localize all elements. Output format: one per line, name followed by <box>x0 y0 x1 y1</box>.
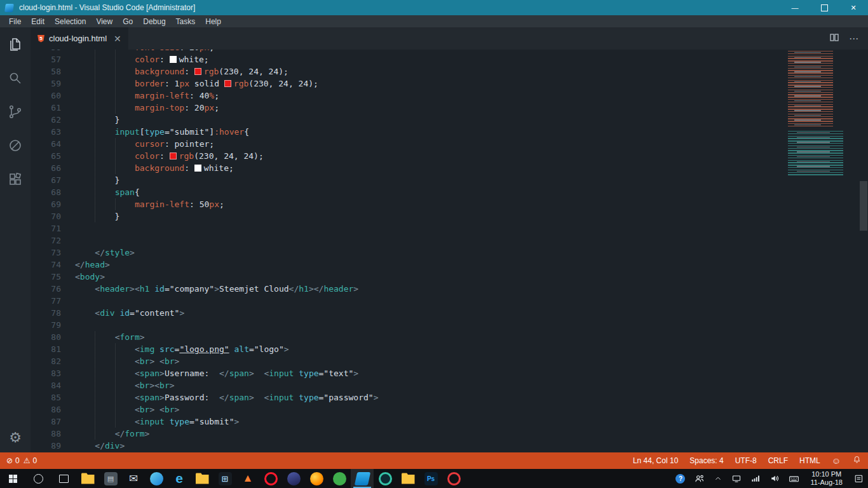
line-number[interactable]: 71 <box>31 222 61 234</box>
taskbar-app-idm[interactable] <box>374 469 397 488</box>
taskbar-clock[interactable]: 10:10 PM 11-Aug-18 <box>804 470 849 487</box>
line-number[interactable]: 86 <box>31 403 61 416</box>
line-number[interactable]: 57 <box>31 53 61 65</box>
line-number[interactable]: 70 <box>31 210 61 222</box>
tab-close-icon[interactable]: ✕ <box>114 34 121 43</box>
code-line-64[interactable]: 64 cursor: pointer; <box>31 138 785 150</box>
code-line-73[interactable]: 73 </style> <box>31 247 785 259</box>
errors-indicator[interactable]: ⊘ 0 <box>6 456 20 465</box>
language-mode[interactable]: HTML <box>799 456 820 465</box>
code-line-61[interactable]: 61 margin-top: 20px; <box>31 102 785 114</box>
split-editor-icon[interactable] <box>830 33 839 44</box>
menu-go[interactable]: Go <box>118 17 138 26</box>
taskbar-app-app-orange[interactable]: ▲ <box>236 469 259 488</box>
taskbar-app-folder-projects[interactable] <box>397 469 419 488</box>
menu-help[interactable]: Help <box>200 17 226 26</box>
cortana-search-button[interactable] <box>25 469 51 488</box>
line-number[interactable]: 87 <box>31 416 61 428</box>
close-button[interactable]: ✕ <box>839 0 868 15</box>
line-number[interactable]: 69 <box>31 198 61 210</box>
code-line-72[interactable]: 72 <box>31 234 785 247</box>
code-line-66[interactable]: 66 background: white; <box>31 162 785 174</box>
line-number[interactable]: 68 <box>31 186 61 198</box>
code-line-80[interactable]: 80 <form> <box>31 331 785 343</box>
line-number[interactable]: 60 <box>31 90 61 102</box>
line-number[interactable]: 62 <box>31 114 61 126</box>
line-number[interactable]: 77 <box>31 295 61 307</box>
line-number[interactable]: 58 <box>31 65 61 78</box>
code-line-76[interactable]: 76 <header><h1 id="company">Steemjet Clo… <box>31 283 785 295</box>
source-control-icon[interactable] <box>7 104 24 120</box>
code-line-82[interactable]: 82 <br> <br> <box>31 355 785 367</box>
code-editor[interactable]: 56 font-size: 20px;57 color: white;58 ba… <box>31 50 868 452</box>
editor-scrollbar[interactable] <box>859 50 868 452</box>
line-number[interactable]: 75 <box>31 271 61 283</box>
code-line-75[interactable]: 75<body> <box>31 271 785 283</box>
line-number[interactable]: 63 <box>31 126 61 138</box>
maximize-button[interactable] <box>810 0 839 15</box>
notifications-bell-icon[interactable] <box>852 455 862 466</box>
line-number[interactable]: 59 <box>31 78 61 90</box>
code-line-63[interactable]: 63 input[type="submit"]:hover{ <box>31 126 785 138</box>
line-number[interactable]: 83 <box>31 367 61 379</box>
code-line-83[interactable]: 83 <span>Username: </span> <input type="… <box>31 367 785 379</box>
action-center-icon[interactable] <box>849 469 868 488</box>
debug-icon[interactable] <box>7 137 24 154</box>
minimap[interactable] <box>788 51 859 452</box>
code-line-81[interactable]: 81 <img src="logo.png" alt="logo"> <box>31 343 785 355</box>
line-number[interactable]: 72 <box>31 234 61 247</box>
taskbar-app-photoshop[interactable]: Ps <box>419 469 442 488</box>
explorer-icon[interactable] <box>7 36 24 53</box>
code-line-65[interactable]: 65 color: rgb(230, 24, 24); <box>31 150 785 162</box>
code-line-62[interactable]: 62 } <box>31 114 785 126</box>
line-number[interactable]: 88 <box>31 428 61 440</box>
code-line-71[interactable]: 71 <box>31 222 785 234</box>
keyboard-icon[interactable] <box>784 469 804 488</box>
menu-tasks[interactable]: Tasks <box>171 17 201 26</box>
eol-setting[interactable]: CRLF <box>768 456 788 465</box>
search-icon[interactable] <box>7 70 24 86</box>
line-number[interactable]: 89 <box>31 440 61 452</box>
feedback-smiley-icon[interactable]: ☺ <box>832 456 841 466</box>
code-line-57[interactable]: 57 color: white; <box>31 53 785 65</box>
code-line-89[interactable]: 89 </div> <box>31 440 785 452</box>
menu-debug[interactable]: Debug <box>138 17 170 26</box>
code-line-69[interactable]: 69 margin-left: 50px; <box>31 198 785 210</box>
line-number[interactable]: 65 <box>31 150 61 162</box>
encoding-setting[interactable]: UTF-8 <box>735 456 757 465</box>
line-number[interactable]: 84 <box>31 379 61 391</box>
taskbar-app-edge[interactable]: e <box>168 469 191 488</box>
line-number[interactable]: 67 <box>31 174 61 186</box>
menu-selection[interactable]: Selection <box>50 17 91 26</box>
volume-icon[interactable] <box>765 469 784 488</box>
taskbar-app-firefox[interactable] <box>305 469 328 488</box>
line-number[interactable]: 79 <box>31 319 61 331</box>
line-number[interactable]: 85 <box>31 391 61 403</box>
taskbar-app-opera-red[interactable] <box>442 469 465 488</box>
code-line-74[interactable]: 74</head> <box>31 259 785 271</box>
code-line-87[interactable]: 87 <input type="submit"> <box>31 416 785 428</box>
code-line-58[interactable]: 58 background: rgb(230, 24, 24); <box>31 65 785 78</box>
taskbar-app-app-gray[interactable]: ▤ <box>99 469 122 488</box>
more-actions-icon[interactable]: ⋯ <box>849 34 859 43</box>
code-line-84[interactable]: 84 <br><br> <box>31 379 785 391</box>
code-line-78[interactable]: 78 <div id="content"> <box>31 307 785 319</box>
code-line-79[interactable]: 79 <box>31 319 785 331</box>
menu-file[interactable]: File <box>4 17 26 26</box>
line-number[interactable]: 78 <box>31 307 61 319</box>
line-number[interactable]: 81 <box>31 343 61 355</box>
taskbar-app-file-explorer[interactable] <box>76 469 99 488</box>
menu-view[interactable]: View <box>91 17 118 26</box>
settings-gear-icon[interactable]: ⚙ <box>9 431 22 445</box>
line-number[interactable]: 74 <box>31 259 61 271</box>
people-icon[interactable] <box>689 469 709 488</box>
taskbar-app-eclipse[interactable] <box>282 469 305 488</box>
chevron-up-icon[interactable] <box>709 469 727 488</box>
taskbar-app-folder-docs[interactable] <box>191 469 214 488</box>
code-line-67[interactable]: 67 } <box>31 174 785 186</box>
task-view-button[interactable] <box>51 469 76 488</box>
line-number[interactable]: 82 <box>31 355 61 367</box>
code-line-68[interactable]: 68 span{ <box>31 186 785 198</box>
code-line-85[interactable]: 85 <span>Password: </span> <input type="… <box>31 391 785 403</box>
indentation-setting[interactable]: Spaces: 4 <box>689 456 723 465</box>
